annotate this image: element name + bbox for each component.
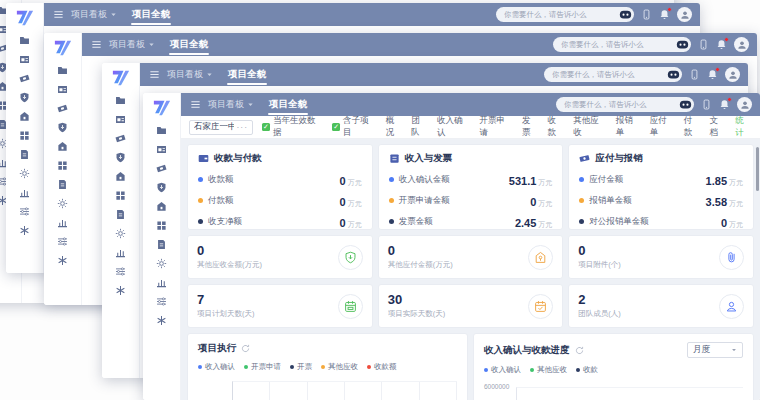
hamburger-icon[interactable] — [149, 69, 160, 80]
asterisk-icon[interactable] — [19, 225, 30, 236]
folder-icon[interactable] — [19, 35, 30, 46]
asterisk-icon[interactable] — [57, 255, 68, 266]
tab-project-overview[interactable]: 项目全貌 — [130, 3, 172, 26]
home-icon[interactable] — [156, 201, 167, 212]
tab-docs[interactable]: 文档 — [710, 115, 727, 139]
tab-project-overview[interactable]: 项目全貌 — [267, 93, 309, 116]
phone-icon[interactable] — [641, 9, 652, 20]
tab-project-overview[interactable]: 项目全貌 — [226, 63, 268, 86]
legend-item: 开票申请 — [244, 362, 281, 372]
card-icon[interactable] — [19, 54, 30, 65]
document-icon[interactable] — [115, 209, 126, 220]
board-menu[interactable]: 项目看板 — [167, 68, 213, 81]
checkbox-current-year-data[interactable]: ✓ 当年生效数据 — [262, 115, 323, 139]
card-icon[interactable] — [115, 114, 126, 125]
project-select[interactable]: 石家庄一中 ··· — [189, 120, 253, 135]
app-logo-icon[interactable] — [15, 7, 35, 27]
grid-icon[interactable] — [156, 220, 167, 231]
home-icon[interactable] — [19, 111, 30, 122]
tab-payable-form[interactable]: 应付单 — [650, 115, 675, 139]
grid-icon[interactable] — [115, 190, 126, 201]
card-icon[interactable] — [156, 144, 167, 155]
more-icon[interactable]: ··· — [237, 122, 249, 132]
tag-icon[interactable] — [115, 133, 126, 144]
tab-income-confirm[interactable]: 收入确认 — [437, 115, 470, 139]
bar-chart-icon[interactable] — [115, 247, 126, 258]
avatar[interactable] — [677, 7, 692, 22]
tab-invoice-apply[interactable]: 开票申请 — [479, 115, 512, 139]
hamburger-icon[interactable] — [190, 99, 201, 110]
tab-project-overview[interactable]: 项目全貌 — [168, 33, 210, 56]
tab-overview[interactable]: 概况 — [386, 115, 403, 139]
home-icon[interactable] — [115, 171, 126, 182]
folder-icon[interactable] — [115, 95, 126, 106]
tab-stats[interactable]: 统计 — [735, 115, 752, 139]
bar-chart-icon[interactable] — [19, 187, 30, 198]
bell-icon[interactable] — [719, 99, 730, 110]
tag-icon[interactable] — [156, 163, 167, 174]
tag-icon[interactable] — [57, 103, 68, 114]
board-menu[interactable]: 项目看板 — [208, 98, 254, 111]
document-icon[interactable] — [19, 149, 30, 160]
phone-icon[interactable] — [689, 69, 700, 80]
tab-other-receivable[interactable]: 其他应收 — [573, 115, 606, 139]
sliders-icon[interactable] — [115, 266, 126, 277]
board-menu[interactable]: 项目看板 — [109, 38, 155, 51]
document-icon[interactable] — [156, 239, 167, 250]
tab-receipt[interactable]: 收款 — [548, 115, 565, 139]
refresh-icon[interactable] — [241, 344, 250, 353]
asterisk-icon[interactable] — [156, 315, 167, 326]
avatar[interactable] — [734, 37, 749, 52]
sliders-icon[interactable] — [57, 236, 68, 247]
assistant-search-input[interactable]: 你需要什么，请告诉小么 — [556, 97, 694, 112]
board-menu[interactable]: 项目看板 — [71, 8, 117, 21]
phone-icon[interactable] — [701, 99, 712, 110]
scrollbar-thumb[interactable] — [756, 147, 759, 191]
bell-icon[interactable] — [659, 9, 670, 20]
period-select[interactable]: 月度 — [687, 342, 743, 358]
app-logo-icon[interactable] — [152, 97, 172, 117]
refresh-icon[interactable] — [575, 346, 584, 355]
grid-icon[interactable] — [19, 130, 30, 141]
shield-icon[interactable] — [115, 152, 126, 163]
tab-invoice[interactable]: 发票 — [522, 115, 539, 139]
gear-icon[interactable] — [57, 198, 68, 209]
shield-icon[interactable] — [156, 182, 167, 193]
tag-icon[interactable] — [19, 73, 30, 84]
asterisk-icon[interactable] — [115, 285, 126, 296]
app-logo-icon[interactable] — [53, 37, 73, 57]
tab-expense-form[interactable]: 报销单 — [616, 115, 641, 139]
award-icon — [528, 245, 553, 270]
bar-chart-icon[interactable] — [57, 217, 68, 228]
avatar[interactable] — [725, 67, 740, 82]
bar-chart-icon[interactable] — [156, 277, 167, 288]
legend-item: 收款额 — [367, 362, 397, 372]
bell-icon[interactable] — [707, 69, 718, 80]
card-icon[interactable] — [57, 84, 68, 95]
gear-icon[interactable] — [19, 168, 30, 179]
assistant-search-input[interactable]: 你需要什么，请告诉小么 — [553, 37, 691, 52]
tab-team[interactable]: 团队 — [411, 115, 428, 139]
shield-icon[interactable] — [57, 122, 68, 133]
avatar[interactable] — [737, 97, 752, 112]
document-icon[interactable] — [57, 179, 68, 190]
sliders-icon[interactable] — [156, 296, 167, 307]
phone-icon[interactable] — [698, 39, 709, 50]
bell-icon[interactable] — [716, 39, 727, 50]
folder-icon[interactable] — [57, 65, 68, 76]
home-icon[interactable] — [57, 141, 68, 152]
gear-icon[interactable] — [115, 228, 126, 239]
folder-icon[interactable] — [156, 125, 167, 136]
app-logo-icon[interactable] — [111, 67, 131, 87]
hamburger-icon[interactable] — [53, 9, 64, 20]
assistant-search-input[interactable]: 你需要什么，请告诉小么 — [496, 7, 634, 22]
sliders-icon[interactable] — [19, 206, 30, 217]
wallet-icon — [198, 153, 209, 164]
hamburger-icon[interactable] — [91, 39, 102, 50]
assistant-search-input[interactable]: 你需要什么，请告诉小么 — [544, 67, 682, 82]
tab-payment[interactable]: 付款 — [684, 115, 701, 139]
gear-icon[interactable] — [156, 258, 167, 269]
grid-icon[interactable] — [57, 160, 68, 171]
checkbox-include-subprojects[interactable]: ✓ 含子项目 — [332, 115, 376, 139]
shield-icon[interactable] — [19, 92, 30, 103]
